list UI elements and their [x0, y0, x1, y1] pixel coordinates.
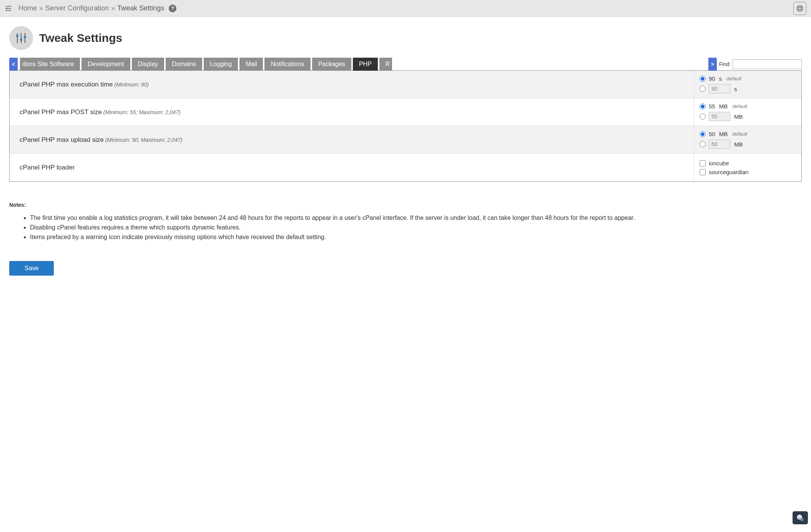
setting-hint: (Minimum: 50; Maximum: 2,047): [105, 137, 183, 143]
tab-display[interactable]: Display: [132, 58, 164, 71]
setting-row: cPanel PHP max POST size (Minimum: 55; M…: [10, 98, 801, 126]
tab-packages[interactable]: Packages: [312, 58, 351, 71]
radio-default[interactable]: [700, 131, 706, 137]
notes-list: The first time you enable a log statisti…: [9, 213, 802, 242]
unit-label: MB: [719, 131, 728, 137]
default-value: 90: [709, 75, 715, 82]
unit-label: MB: [719, 103, 728, 110]
page-icon: [9, 26, 33, 50]
setting-controls: ioncubesourceguardian: [694, 154, 801, 181]
custom-value-input[interactable]: [709, 112, 730, 121]
radio-custom[interactable]: [700, 113, 706, 120]
lifebuoy-icon: [796, 5, 804, 12]
unit-label: MB: [734, 113, 743, 120]
custom-value-input[interactable]: [709, 140, 730, 149]
setting-label: cPanel PHP loader: [10, 154, 694, 181]
settings-table: cPanel PHP max execution time (Minimum: …: [9, 70, 802, 182]
default-value: 50: [709, 131, 715, 137]
setting-row: cPanel PHP max execution time (Minimum: …: [10, 71, 801, 98]
tab-domains[interactable]: Domains: [166, 58, 202, 71]
setting-label: cPanel PHP max execution time (Minimum: …: [10, 71, 694, 98]
tab-scroll-left-button[interactable]: <: [9, 58, 18, 71]
svg-rect-6: [20, 39, 22, 41]
tab-partial-left[interactable]: dons Site Software: [20, 58, 80, 71]
unit-label: s: [719, 75, 722, 82]
save-button[interactable]: Save: [9, 261, 54, 276]
breadcrumb-current: Tweak Settings: [117, 4, 164, 12]
tab-bar: < dons Site SoftwareDevelopmentDisplayDo…: [9, 58, 802, 71]
find-wrap: Find: [719, 58, 802, 71]
tab-partial-right[interactable]: R: [379, 58, 392, 71]
setting-hint: (Minimum: 55; Maximum: 2,047): [103, 109, 181, 115]
tab-strip: dons Site SoftwareDevelopmentDisplayDoma…: [20, 58, 706, 71]
radio-custom[interactable]: [700, 86, 706, 92]
default-text: default: [732, 131, 747, 137]
support-button[interactable]: [793, 2, 806, 15]
help-icon[interactable]: ?: [169, 5, 176, 12]
checkbox-sourceguardian[interactable]: [700, 169, 706, 175]
setting-row: cPanel PHP max upload size (Minimum: 50;…: [10, 126, 801, 154]
setting-hint: (Minimum: 90): [115, 81, 149, 88]
page-header: Tweak Settings: [0, 17, 811, 58]
page-title: Tweak Settings: [39, 32, 122, 45]
note-item: Items prefaced by a warning icon indicat…: [30, 233, 802, 241]
default-value: 55: [709, 103, 715, 110]
checkbox-ioncube[interactable]: [700, 160, 706, 166]
checkbox-label: sourceguardian: [709, 169, 748, 175]
sliders-icon: [13, 30, 29, 46]
note-item: The first time you enable a log statisti…: [30, 213, 802, 222]
radio-custom[interactable]: [700, 141, 706, 147]
breadcrumb-sep: »: [111, 4, 115, 12]
unit-label: MB: [734, 141, 743, 148]
breadcrumb-home[interactable]: Home: [18, 4, 37, 12]
breadcrumb-section[interactable]: Server Configuration: [45, 4, 109, 12]
notes-section: Notes: The first time you enable a log s…: [9, 202, 802, 242]
tab-notifications[interactable]: Notifications: [264, 58, 310, 71]
svg-point-1: [799, 7, 801, 10]
setting-controls: 50MBdefaultMB: [694, 126, 801, 153]
tab-development[interactable]: Development: [81, 58, 130, 71]
unit-label: s: [734, 86, 737, 92]
setting-label: cPanel PHP max upload size (Minimum: 50;…: [10, 126, 694, 153]
setting-controls: 55MBdefaultMB: [694, 98, 801, 126]
default-text: default: [732, 103, 747, 109]
notes-heading: Notes:: [9, 202, 802, 208]
top-bar: Home » Server Configuration » Tweak Sett…: [0, 0, 811, 17]
svg-rect-7: [24, 36, 26, 38]
checkbox-label: ioncube: [709, 160, 729, 166]
breadcrumb: Home » Server Configuration » Tweak Sett…: [18, 4, 176, 12]
svg-rect-5: [16, 35, 18, 37]
setting-label: cPanel PHP max POST size (Minimum: 55; M…: [10, 98, 694, 126]
setting-row: cPanel PHP loaderioncubesourceguardian: [10, 154, 801, 181]
tab-mail[interactable]: Mail: [239, 58, 263, 71]
custom-value-input[interactable]: [709, 84, 730, 93]
tab-logging[interactable]: Logging: [204, 58, 238, 71]
menu-toggle-button[interactable]: [3, 3, 15, 14]
setting-controls: 90sdefaults: [694, 71, 801, 98]
radio-default[interactable]: [700, 76, 706, 82]
tab-scroll-right-button[interactable]: >: [708, 58, 717, 71]
tab-php[interactable]: PHP: [353, 58, 378, 71]
radio-default[interactable]: [700, 103, 706, 110]
breadcrumb-sep: »: [39, 4, 43, 12]
default-text: default: [726, 76, 741, 81]
note-item: Disabling cPanel features requires a the…: [30, 223, 802, 232]
find-input[interactable]: [733, 59, 802, 69]
find-label: Find: [719, 61, 730, 67]
hamburger-arrow-icon: [5, 4, 13, 13]
